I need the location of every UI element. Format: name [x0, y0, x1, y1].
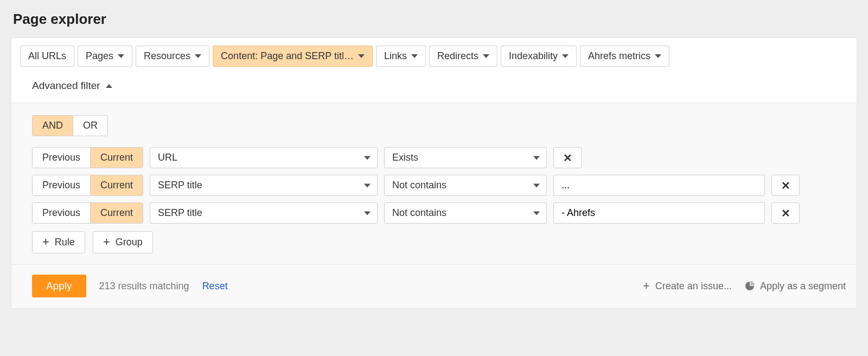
close-icon: [781, 179, 790, 192]
operator-select-value: Not contains: [392, 180, 446, 191]
rule-row: PreviousCurrentSERP titleNot contains: [32, 175, 848, 196]
logic-toggle: AND OR: [32, 115, 108, 136]
close-icon: [781, 207, 790, 220]
field-select[interactable]: SERP title: [150, 202, 378, 224]
crawl-toggle: PreviousCurrent: [32, 147, 143, 168]
apply-button[interactable]: Apply: [32, 275, 86, 297]
field-select-value: URL: [158, 152, 177, 163]
operator-select[interactable]: Exists: [384, 147, 547, 168]
chevron-down-icon: [118, 54, 124, 58]
create-issue-action[interactable]: Create an issue...: [643, 280, 732, 293]
operator-select[interactable]: Not contains: [384, 202, 547, 224]
add-row: Rule Group: [32, 231, 848, 253]
filter-card: All URLsPagesResourcesContent: Page and …: [11, 37, 857, 309]
chevron-down-icon: [483, 54, 489, 58]
add-rule-button[interactable]: Rule: [32, 231, 85, 253]
toolbar-item[interactable]: All URLs: [20, 46, 74, 67]
toolbar-item[interactable]: Resources: [136, 46, 209, 67]
rule-row: PreviousCurrentSERP titleNot contains: [32, 202, 848, 224]
crawl-toggle: PreviousCurrent: [32, 175, 143, 196]
chevron-down-icon: [358, 54, 365, 58]
chevron-down-icon: [533, 211, 540, 215]
chevron-down-icon: [364, 156, 371, 160]
toolbar-item[interactable]: Links: [376, 46, 426, 67]
operator-select-value: Exists: [392, 152, 418, 163]
toolbar-item-label: Pages: [86, 50, 113, 62]
reset-link[interactable]: Reset: [202, 281, 228, 292]
toolbar-item-label: Links: [384, 50, 407, 62]
page-title: Page explorer: [13, 11, 857, 28]
field-select[interactable]: URL: [150, 147, 378, 168]
remove-rule-button[interactable]: [553, 147, 582, 168]
chevron-down-icon: [562, 54, 569, 58]
crawl-previous-button[interactable]: Previous: [33, 203, 91, 223]
toolbar-item[interactable]: Content: Page and SERP titl…: [213, 46, 373, 67]
footer: Apply 213 results matching Reset Create …: [11, 264, 857, 308]
chevron-down-icon: [364, 211, 371, 215]
operator-select-value: Not contains: [392, 207, 446, 219]
crawl-toggle: PreviousCurrent: [32, 202, 143, 224]
pie-chart-icon: [745, 281, 755, 291]
toolbar-item-label: All URLs: [28, 50, 66, 62]
add-group-label: Group: [116, 237, 143, 248]
create-issue-label: Create an issue...: [655, 281, 732, 292]
rule-row: PreviousCurrentURLExists: [32, 147, 848, 168]
toolbar-item-label: Indexability: [509, 50, 558, 62]
rules-list: PreviousCurrentURLExistsPreviousCurrentS…: [32, 147, 848, 224]
operator-select[interactable]: Not contains: [384, 175, 547, 196]
results-count: 213 results matching: [99, 281, 189, 292]
advanced-filter-label: Advanced filter: [32, 80, 100, 92]
advanced-filter-toggle[interactable]: Advanced filter: [20, 78, 113, 93]
field-select-value: SERP title: [158, 207, 202, 219]
field-select[interactable]: SERP title: [150, 175, 378, 196]
toolbar-item-label: Redirects: [437, 50, 478, 62]
crawl-current-button[interactable]: Current: [91, 148, 143, 168]
chevron-down-icon: [533, 156, 540, 160]
value-input[interactable]: [553, 202, 765, 224]
toolbar-item[interactable]: Redirects: [429, 46, 497, 67]
value-input[interactable]: [553, 175, 765, 196]
remove-rule-button[interactable]: [771, 202, 800, 224]
filter-body: AND OR PreviousCurrentURLExistsPreviousC…: [11, 103, 857, 264]
chevron-down-icon: [655, 54, 661, 58]
close-icon: [563, 151, 572, 164]
crawl-current-button[interactable]: Current: [91, 203, 143, 223]
apply-segment-label: Apply as a segment: [760, 281, 846, 292]
plus-icon: [103, 236, 110, 249]
apply-segment-action[interactable]: Apply as a segment: [745, 281, 846, 292]
crawl-previous-button[interactable]: Previous: [33, 148, 91, 168]
chevron-down-icon: [195, 54, 201, 58]
toolbar-area: All URLsPagesResourcesContent: Page and …: [11, 38, 857, 103]
field-select-value: SERP title: [158, 180, 202, 191]
toolbar-item-label: Resources: [144, 50, 190, 62]
logic-and-button[interactable]: AND: [33, 116, 73, 136]
add-rule-label: Rule: [55, 237, 75, 248]
toolbar-item-label: Ahrefs metrics: [588, 50, 650, 62]
toolbar-row: All URLsPagesResourcesContent: Page and …: [20, 46, 848, 67]
chevron-down-icon: [533, 183, 540, 187]
crawl-previous-button[interactable]: Previous: [33, 175, 91, 195]
add-group-button[interactable]: Group: [93, 231, 153, 253]
remove-rule-button[interactable]: [771, 175, 800, 196]
crawl-current-button[interactable]: Current: [91, 175, 143, 195]
toolbar-item[interactable]: Pages: [78, 46, 132, 67]
chevron-down-icon: [364, 183, 371, 187]
chevron-up-icon: [106, 84, 112, 88]
plus-icon: [42, 236, 49, 249]
toolbar-item-label: Content: Page and SERP titl…: [221, 50, 354, 62]
logic-or-button[interactable]: OR: [73, 116, 107, 136]
toolbar-item[interactable]: Ahrefs metrics: [580, 46, 669, 67]
toolbar-item[interactable]: Indexability: [501, 46, 577, 67]
plus-icon: [643, 280, 650, 293]
chevron-down-icon: [411, 54, 418, 58]
